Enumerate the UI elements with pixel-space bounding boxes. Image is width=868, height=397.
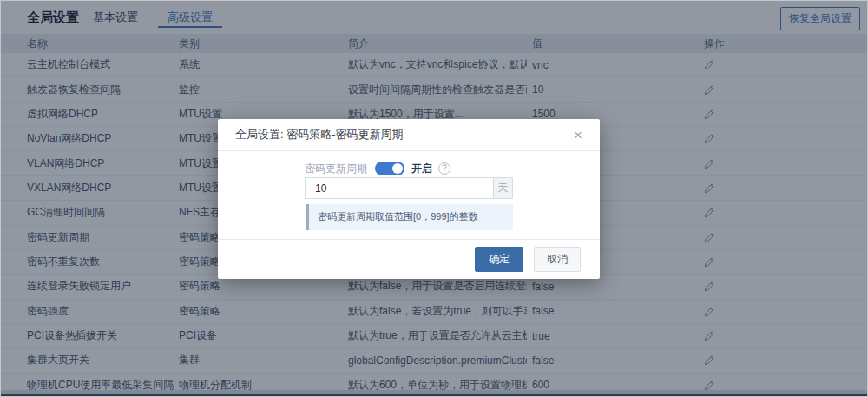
- password-update-period-dialog: 全局设置: 密码策略-密码更新周期 × 密码更新周期 开启 ? 天 密码更新周期…: [218, 119, 600, 279]
- dialog-footer: 确定 取消: [218, 239, 600, 279]
- dialog-title: 全局设置: 密码策略-密码更新周期: [235, 127, 404, 142]
- period-input[interactable]: [305, 177, 494, 199]
- confirm-button[interactable]: 确定: [475, 247, 523, 272]
- toggle-knob: [392, 163, 403, 174]
- toggle-label: 密码更新周期: [305, 162, 367, 176]
- period-input-row: 天: [305, 177, 513, 199]
- app-window: 全局设置 基本设置 高级设置 恢复全局设置 名称 类别 简介 值 操作 云主机控…: [0, 0, 868, 397]
- dialog-body: 密码更新周期 开启 ? 天 密码更新周期取值范围[0，999]的整数: [218, 151, 600, 239]
- password-period-toggle[interactable]: [375, 162, 404, 175]
- cancel-button[interactable]: 取消: [534, 247, 581, 272]
- help-icon[interactable]: ?: [438, 162, 450, 175]
- close-icon[interactable]: ×: [574, 128, 582, 142]
- unit-addon: 天: [493, 177, 513, 199]
- toggle-state-text: 开启: [411, 162, 432, 176]
- dialog-header: 全局设置: 密码策略-密码更新周期 ×: [218, 119, 600, 151]
- range-hint: 密码更新周期取值范围[0，999]的整数: [306, 204, 513, 230]
- toggle-row: 密码更新周期 开启 ?: [305, 161, 450, 176]
